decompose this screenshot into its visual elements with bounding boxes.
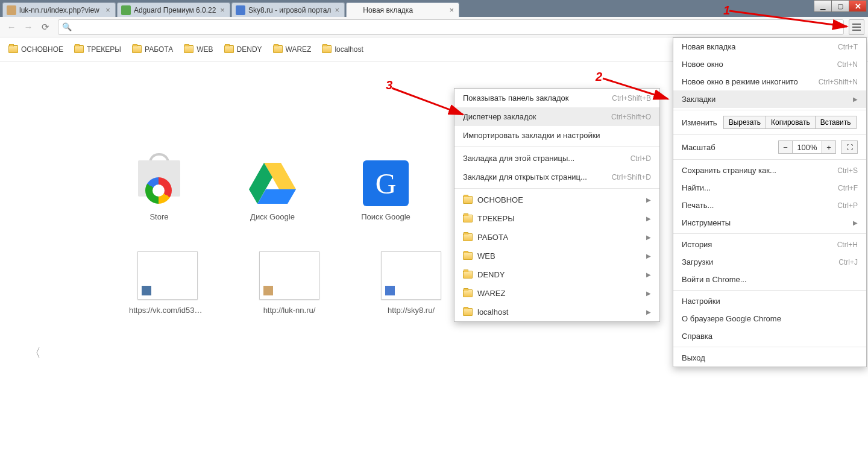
prev-arrow-icon[interactable]: 〈 bbox=[29, 345, 41, 361]
address-bar[interactable]: 🔍 bbox=[58, 19, 844, 35]
favicon bbox=[236, 5, 245, 15]
chevron-right-icon: ▶ bbox=[646, 253, 651, 259]
ntp-tile[interactable]: http://sky8.ru/ bbox=[373, 251, 450, 315]
chevron-right-icon: ▶ bbox=[646, 215, 651, 222]
browser-tab[interactable]: luk-nn.ru/index.php?view× bbox=[2, 2, 116, 17]
zoom-in-button[interactable]: + bbox=[822, 140, 836, 154]
menu-about[interactable]: О браузере Google Chrome bbox=[673, 310, 866, 327]
bookmark-label: РАБОТА bbox=[145, 45, 173, 54]
ntp-tile[interactable]: Store bbox=[121, 146, 198, 221]
bookmarks-submenu: Показывать панель закладокCtrl+Shift+B Д… bbox=[454, 88, 660, 322]
cut-button[interactable]: Вырезать bbox=[723, 116, 766, 129]
zoom-label: Масштаб bbox=[682, 143, 779, 152]
arrow-2 bbox=[603, 75, 675, 105]
ntp-tile[interactable]: GПоиск Google bbox=[347, 146, 424, 221]
chevron-right-icon: ▶ bbox=[853, 219, 858, 226]
chevron-right-icon: ▶ bbox=[853, 96, 858, 102]
chevron-right-icon: ▶ bbox=[646, 197, 651, 203]
browser-tab[interactable]: Sky8.ru - игровой портал× bbox=[231, 2, 345, 17]
folder-icon bbox=[463, 233, 473, 241]
menu-tools[interactable]: Инструменты▶ bbox=[673, 214, 866, 232]
browser-tab[interactable]: Новая вкладка× bbox=[346, 2, 459, 17]
submenu-folder[interactable]: ТРЕКЕРЫ▶ bbox=[454, 209, 659, 228]
submenu-bookmark-page[interactable]: Закладка для этой страницы...Ctrl+D bbox=[454, 149, 659, 168]
menu-zoom-row: Масштаб − 100% + ⛶ bbox=[673, 137, 866, 157]
main-menu: Новая вкладкаCtrl+T Новое окноCtrl+N Нов… bbox=[673, 37, 867, 367]
zoom-value: 100% bbox=[792, 140, 822, 154]
forward-button[interactable]: → bbox=[20, 19, 36, 35]
menu-print[interactable]: Печать...Ctrl+P bbox=[673, 197, 866, 214]
bookmark-folder[interactable]: DENDY bbox=[224, 45, 262, 54]
folder-label: DENDY bbox=[477, 270, 505, 279]
menu-settings[interactable]: Настройки bbox=[673, 292, 866, 310]
close-tab-icon[interactable]: × bbox=[448, 5, 455, 14]
menu-find[interactable]: Найти...Ctrl+F bbox=[673, 179, 866, 197]
submenu-import[interactable]: Импортировать закладки и настройки bbox=[454, 126, 659, 145]
reload-button[interactable]: ⟳ bbox=[37, 19, 53, 35]
menu-new-window[interactable]: Новое окноCtrl+N bbox=[673, 55, 866, 73]
menu-separator bbox=[673, 290, 866, 291]
annotation-3: 3 bbox=[386, 78, 392, 92]
menu-exit[interactable]: Выход bbox=[673, 349, 866, 367]
favicon bbox=[7, 5, 16, 15]
folder-icon bbox=[8, 45, 18, 53]
menu-help[interactable]: Справка bbox=[673, 327, 866, 345]
submenu-manager[interactable]: Диспетчер закладокCtrl+Shift+O bbox=[454, 107, 659, 126]
menu-separator bbox=[454, 147, 659, 147]
chevron-right-icon: ▶ bbox=[646, 290, 651, 297]
submenu-folder[interactable]: WEB▶ bbox=[454, 247, 659, 265]
folder-label: ОСНОВНОЕ bbox=[477, 195, 523, 204]
menu-incognito[interactable]: Новое окно в режиме инкогнитоCtrl+Shift+… bbox=[673, 73, 866, 90]
ntp-tile[interactable]: https://vk.com/id53818... bbox=[129, 251, 206, 315]
folder-icon bbox=[273, 45, 283, 53]
site-favicon bbox=[263, 286, 273, 295]
chevron-right-icon: ▶ bbox=[646, 234, 651, 241]
folder-label: РАБОТА bbox=[477, 233, 508, 242]
bookmark-folder[interactable]: ТРЕКЕРЫ bbox=[74, 45, 121, 54]
folder-icon bbox=[463, 215, 473, 222]
annotation-1: 1 bbox=[723, 4, 730, 17]
submenu-folder[interactable]: localhost▶ bbox=[454, 303, 659, 321]
fullscreen-button[interactable]: ⛶ bbox=[841, 140, 858, 154]
bookmark-label: ОСНОВНОЕ bbox=[21, 45, 63, 54]
menu-new-tab[interactable]: Новая вкладкаCtrl+T bbox=[673, 38, 866, 55]
menu-history[interactable]: ИсторияCtrl+H bbox=[673, 236, 866, 253]
tile-label: http://sky8.ru/ bbox=[373, 306, 450, 315]
bookmark-folder[interactable]: localhost bbox=[322, 45, 363, 54]
copy-button[interactable]: Копировать bbox=[766, 116, 816, 129]
submenu-folder[interactable]: РАБОТА▶ bbox=[454, 228, 659, 247]
tile-label: Диск Google bbox=[234, 212, 311, 221]
paste-button[interactable]: Вставить bbox=[815, 116, 857, 129]
bookmark-label: ТРЕКЕРЫ bbox=[87, 45, 121, 54]
ntp-tile[interactable]: http://luk-nn.ru/ bbox=[251, 251, 328, 315]
menu-save-as[interactable]: Сохранить страницу как...Ctrl+S bbox=[673, 162, 866, 179]
menu-separator bbox=[673, 233, 866, 234]
bookmark-folder[interactable]: ОСНОВНОЕ bbox=[8, 45, 63, 54]
bookmark-folder[interactable]: WAREZ bbox=[273, 45, 312, 54]
back-button[interactable]: ← bbox=[4, 19, 19, 35]
browser-tab[interactable]: Adguard Премиум 6.0.22× bbox=[117, 2, 230, 17]
menu-bookmarks[interactable]: Закладки▶ bbox=[673, 90, 866, 108]
submenu-bookmark-open[interactable]: Закладки для открытых страниц...Ctrl+Shi… bbox=[454, 168, 659, 186]
submenu-folder[interactable]: DENDY▶ bbox=[454, 265, 659, 284]
bookmark-folder[interactable]: WEB bbox=[184, 45, 213, 54]
chevron-right-icon: ▶ bbox=[646, 309, 651, 315]
close-tab-icon[interactable]: × bbox=[333, 5, 341, 14]
menu-downloads[interactable]: ЗагрузкиCtrl+J bbox=[673, 253, 866, 271]
bookmark-folder[interactable]: РАБОТА bbox=[132, 45, 173, 54]
menu-separator bbox=[673, 159, 866, 160]
bookmark-label: WAREZ bbox=[286, 45, 312, 54]
tile-label: Store bbox=[121, 212, 198, 221]
zoom-out-button[interactable]: − bbox=[778, 140, 793, 154]
site-favicon bbox=[385, 286, 395, 295]
arrow-3 bbox=[392, 84, 470, 121]
ntp-tile[interactable]: Диск Google bbox=[234, 146, 311, 221]
menu-signin[interactable]: Войти в Chrome... bbox=[673, 271, 866, 288]
site-favicon bbox=[142, 286, 151, 295]
drive-icon bbox=[247, 160, 298, 206]
close-tab-icon[interactable]: × bbox=[104, 5, 112, 14]
submenu-folder[interactable]: WAREZ▶ bbox=[454, 284, 659, 303]
close-tab-icon[interactable]: × bbox=[219, 5, 226, 14]
submenu-folder[interactable]: ОСНОВНОЕ▶ bbox=[454, 191, 659, 209]
folder-icon bbox=[463, 196, 473, 204]
